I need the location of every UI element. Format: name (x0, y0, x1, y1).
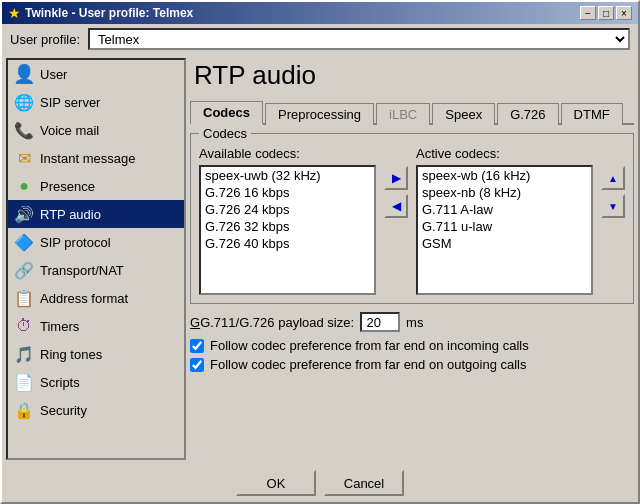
sidebar-item-user[interactable]: 👤 User (8, 60, 184, 88)
active-codecs-list[interactable]: speex-wb (16 kHz) speex-nb (8 kHz) G.711… (416, 165, 593, 295)
tab-preprocessing[interactable]: Preprocessing (265, 103, 374, 125)
ok-button[interactable]: OK (236, 470, 316, 496)
payload-spinner[interactable]: 20 (360, 312, 400, 332)
list-item[interactable]: GSM (418, 235, 591, 252)
tab-speex[interactable]: Speex (432, 103, 495, 125)
available-codecs-column: Available codecs: speex-uwb (32 kHz) G.7… (199, 146, 376, 295)
sidebar-label-voice-mail: Voice mail (40, 123, 99, 138)
transport-nat-icon: 🔗 (14, 260, 34, 280)
tabs-bar: Codecs Preprocessing iLBC Speex G.726 DT… (190, 99, 634, 125)
instant-message-icon: ✉ (14, 148, 34, 168)
user-icon: 👤 (14, 64, 34, 84)
title-bar: ★ Twinkle - User profile: Telmex − □ × (2, 2, 638, 24)
available-codecs-list[interactable]: speex-uwb (32 kHz) G.726 16 kbps G.726 2… (199, 165, 376, 295)
window-title: Twinkle - User profile: Telmex (25, 6, 193, 20)
minimize-button[interactable]: − (580, 6, 596, 20)
sidebar-item-sip-protocol[interactable]: 🔷 SIP protocol (8, 228, 184, 256)
sidebar-item-transport-nat[interactable]: 🔗 Transport/NAT (8, 256, 184, 284)
list-item[interactable]: G.726 24 kbps (201, 201, 374, 218)
main-window: ★ Twinkle - User profile: Telmex − □ × U… (0, 0, 640, 504)
codecs-group-legend: Codecs (199, 126, 251, 141)
sidebar-item-timers[interactable]: ⏱ Timers (8, 312, 184, 340)
sip-server-icon: 🌐 (14, 92, 34, 112)
active-codecs-label: Active codecs: (416, 146, 593, 161)
payload-unit: ms (406, 315, 423, 330)
remove-codec-button[interactable]: ◀ (384, 194, 408, 218)
sidebar-item-security[interactable]: 🔒 Security (8, 396, 184, 424)
move-down-button[interactable]: ▼ (601, 194, 625, 218)
panel-title: RTP audio (190, 58, 634, 93)
list-item[interactable]: speex-nb (8 kHz) (418, 184, 591, 201)
sidebar-item-address-format[interactable]: 📋 Address format (8, 284, 184, 312)
payload-size-row: GG.711/G.726 payload size: 20 ms (190, 312, 634, 332)
address-format-icon: 📋 (14, 288, 34, 308)
codecs-row: Available codecs: speex-uwb (32 kHz) G.7… (199, 146, 625, 295)
close-button[interactable]: × (616, 6, 632, 20)
timers-icon: ⏱ (14, 316, 34, 336)
title-buttons: − □ × (580, 6, 632, 20)
sidebar-label-scripts: Scripts (40, 375, 80, 390)
sidebar: 👤 User 🌐 SIP server 📞 Voice mail ✉ Insta… (6, 58, 186, 460)
sidebar-item-instant-message[interactable]: ✉ Instant message (8, 144, 184, 172)
list-item[interactable]: G.711 u-law (418, 218, 591, 235)
list-item[interactable]: speex-uwb (32 kHz) (201, 167, 374, 184)
checkbox-outgoing-row: Follow codec preference from far end on … (190, 357, 634, 372)
payload-label: GG.711/G.726 payload size: (190, 315, 354, 330)
scripts-icon: 📄 (14, 372, 34, 392)
cancel-button[interactable]: Cancel (324, 470, 404, 496)
sidebar-item-rtp-audio[interactable]: 🔊 RTP audio (8, 200, 184, 228)
checkbox-outgoing[interactable] (190, 358, 204, 372)
tab-g726[interactable]: G.726 (497, 103, 558, 125)
list-item[interactable]: G.726 32 kbps (201, 218, 374, 235)
sidebar-item-scripts[interactable]: 📄 Scripts (8, 368, 184, 396)
rtp-audio-icon: 🔊 (14, 204, 34, 224)
sidebar-label-ring-tones: Ring tones (40, 347, 102, 362)
sidebar-label-sip-protocol: SIP protocol (40, 235, 111, 250)
sidebar-label-security: Security (40, 403, 87, 418)
user-profile-label: User profile: (10, 32, 80, 47)
main-content: 👤 User 🌐 SIP server 📞 Voice mail ✉ Insta… (2, 54, 638, 464)
presence-icon: ● (14, 176, 34, 196)
codec-arrows: ▶ ◀ (384, 146, 408, 218)
sidebar-label-rtp-audio: RTP audio (40, 207, 101, 222)
list-item[interactable]: speex-wb (16 kHz) (418, 167, 591, 184)
sidebar-label-user: User (40, 67, 67, 82)
app-icon: ★ (8, 5, 21, 21)
user-profile-select[interactable]: Telmex (88, 28, 630, 50)
security-icon: 🔒 (14, 400, 34, 420)
sidebar-item-presence[interactable]: ● Presence (8, 172, 184, 200)
sidebar-item-sip-server[interactable]: 🌐 SIP server (8, 88, 184, 116)
sidebar-label-address-format: Address format (40, 291, 128, 306)
codecs-group: Codecs Available codecs: speex-uwb (32 k… (190, 133, 634, 304)
sidebar-item-voice-mail[interactable]: 📞 Voice mail (8, 116, 184, 144)
tab-dtmf[interactable]: DTMF (561, 103, 623, 125)
sidebar-label-timers: Timers (40, 319, 79, 334)
sidebar-label-instant-message: Instant message (40, 151, 135, 166)
user-profile-dropdown[interactable]: Telmex (88, 28, 630, 50)
payload-input[interactable]: 20 (360, 312, 400, 332)
ring-tones-icon: 🎵 (14, 344, 34, 364)
tab-codecs[interactable]: Codecs (190, 101, 263, 125)
active-codecs-column: Active codecs: speex-wb (16 kHz) speex-n… (416, 146, 593, 295)
list-item[interactable]: G.726 16 kbps (201, 184, 374, 201)
title-bar-left: ★ Twinkle - User profile: Telmex (8, 5, 193, 21)
available-codecs-label: Available codecs: (199, 146, 376, 161)
right-panel: RTP audio Codecs Preprocessing iLBC Spee… (190, 58, 634, 460)
list-item[interactable]: G.726 40 kbps (201, 235, 374, 252)
add-codec-button[interactable]: ▶ (384, 166, 408, 190)
user-profile-bar: User profile: Telmex (2, 24, 638, 54)
list-item[interactable]: G.711 A-law (418, 201, 591, 218)
sidebar-item-ring-tones[interactable]: 🎵 Ring tones (8, 340, 184, 368)
footer: OK Cancel (2, 464, 638, 502)
checkbox-incoming-label: Follow codec preference from far end on … (210, 338, 529, 353)
sidebar-label-transport-nat: Transport/NAT (40, 263, 124, 278)
checkbox-incoming[interactable] (190, 339, 204, 353)
checkbox-incoming-row: Follow codec preference from far end on … (190, 338, 634, 353)
tab-ilbc[interactable]: iLBC (376, 103, 430, 125)
sidebar-label-sip-server: SIP server (40, 95, 100, 110)
sip-protocol-icon: 🔷 (14, 232, 34, 252)
voice-mail-icon: 📞 (14, 120, 34, 140)
move-arrows: ▲ ▼ (601, 146, 625, 218)
move-up-button[interactable]: ▲ (601, 166, 625, 190)
maximize-button[interactable]: □ (598, 6, 614, 20)
